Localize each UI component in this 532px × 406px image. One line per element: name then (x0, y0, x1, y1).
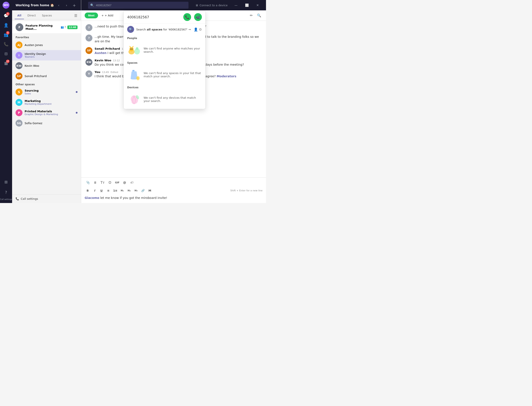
meet-button[interactable]: Meet (85, 13, 98, 18)
connect-device-button[interactable]: 🖥 Connect to a device (194, 3, 229, 8)
sidebar-item-help[interactable]: ? (2, 188, 10, 196)
people-badge: 3 (6, 31, 9, 35)
feature-planning-item[interactable]: F Feature Planning Meet... 👥 7 12:40 (12, 21, 81, 33)
filter-icon[interactable]: ☰ (73, 13, 78, 18)
tab-spaces[interactable]: Spaces (39, 12, 54, 19)
search-input[interactable] (88, 2, 188, 9)
h1-button[interactable]: H₁ (119, 188, 125, 194)
search-scope-text: Search all spaces for '4006182567' → (136, 28, 191, 31)
back-button[interactable]: ‹ (56, 2, 62, 8)
sourcing-sub: Sales (25, 92, 74, 95)
sidebar-item-people[interactable]: 👥 3 (2, 30, 10, 39)
add-button[interactable]: + (71, 2, 77, 8)
identity-sub: Teamers (25, 56, 46, 58)
sidebar-item-contacts[interactable]: 👤 (2, 21, 10, 29)
search-icon: 🔍 (90, 3, 94, 7)
call-settings-label: Call settings (21, 197, 38, 200)
identity-design-item[interactable]: I Identity Design Teamers (12, 50, 81, 60)
members-icon: 👥 (61, 26, 64, 29)
kevin-woo-item[interactable]: KW Kevin Woo (12, 60, 81, 71)
austen-jones-item[interactable]: AJ Austen Jones (12, 40, 81, 50)
attach-button[interactable]: 📎 (85, 179, 91, 186)
sourcing-space-item[interactable]: S Sourcing Sales (12, 87, 81, 97)
format-button[interactable]: Tᴛ (99, 179, 106, 186)
composer-hint: Shift + Enter for a new line (230, 189, 263, 192)
no-spaces-illustration (127, 68, 141, 82)
composer: 📎 🖥 Tᴛ 😊 GIF @ 🏷 B I U ≡ 1≡ H₁ H₂ H₃ 🔗 M… (81, 177, 266, 203)
screen-share-button[interactable]: 🖥 (92, 179, 99, 186)
link-button[interactable]: 🔗 (140, 188, 146, 194)
you-time: 13:49 (102, 71, 109, 74)
call-settings-button[interactable]: 📞 Call settings (12, 194, 81, 203)
sidebar-item-voicemail[interactable]: ⊟ (2, 49, 10, 58)
sidebar-item-calls[interactable]: 📞 (2, 40, 10, 48)
sidebar-content: F Feature Planning Meet... 👥 7 12:40 Fav… (12, 19, 81, 194)
add-person-icon[interactable]: 👤 (194, 27, 198, 31)
window-controls: — ⬜ ✕ (231, 2, 263, 9)
time-badge: 12:40 (67, 25, 78, 29)
h2-button[interactable]: H₂ (126, 188, 132, 194)
search-messages-button[interactable]: 🔍 (256, 12, 263, 19)
help-icon: ? (5, 190, 7, 195)
sofia-name: Sofia Gomez (25, 122, 42, 125)
close-button[interactable]: ✕ (253, 2, 263, 9)
sonali-item[interactable]: SP Sonali Pritchard (12, 71, 81, 81)
sofia-item[interactable]: SG Sofia Gomez (12, 118, 81, 128)
no-spaces-state: We can't find any spaces in your list th… (124, 65, 205, 84)
you-edited: Edited (111, 71, 118, 74)
video-call-button[interactable]: 📹 (194, 13, 202, 21)
forward-button[interactable]: › (64, 2, 70, 8)
call-number-button[interactable]: 📞 (183, 13, 191, 21)
sourcing-name: Sourcing (25, 89, 74, 92)
composer-text[interactable]: Giacomo let me know if you got the mirob… (85, 195, 263, 200)
sidebar-item-chat[interactable]: 💬 4 (2, 11, 10, 20)
sonali-name: Sonali Pritchard (25, 74, 47, 78)
favorites-label: Favorites (12, 34, 81, 40)
more-button[interactable]: M (147, 188, 153, 194)
austen-name: Austen Jones (25, 44, 43, 47)
svg-point-5 (132, 49, 133, 50)
emoji-button[interactable]: 😊 (107, 179, 113, 186)
italic-button[interactable]: I (92, 188, 98, 194)
all-spaces-search-row[interactable]: 🔍 Search all spaces for '4006182567' → 👤… (124, 24, 205, 35)
h3-button[interactable]: H₃ (133, 188, 139, 194)
printed-avatar: P (15, 109, 22, 116)
main-topbar: 🔍 🖥 Connect to a device — ⬜ ✕ (81, 0, 266, 10)
search-number: 4006182567 (127, 15, 182, 19)
person-settings-icon[interactable]: ⚙ (199, 27, 202, 31)
sidebar-item-apps[interactable]: ⊞ (2, 178, 10, 186)
no-spaces-text: We can't find any spaces in your list th… (144, 72, 202, 78)
sonali-msg-avatar: SP (86, 47, 92, 54)
kevin-time: 13:12 (113, 59, 120, 62)
format-bar: B I U ≡ 1≡ H₁ H₂ H₃ 🔗 M Shift + Enter fo… (85, 188, 263, 194)
cat-illustration (127, 43, 141, 57)
add-item-button[interactable]: + + Add (100, 13, 115, 18)
edit-icon-button[interactable]: ✏️ (248, 12, 255, 19)
underline-button[interactable]: U (99, 188, 105, 194)
marketing-space-item[interactable]: M Marketing Marketing Department (12, 97, 81, 108)
marketing-avatar: M (15, 99, 22, 106)
sidebar-item-calendar[interactable]: ▦ 17 (2, 59, 10, 67)
svg-point-7 (136, 47, 138, 50)
gif-button[interactable]: GIF (114, 179, 121, 186)
voicemail-icon: ⊟ (4, 51, 7, 56)
printed-name: Printed Materials (25, 110, 74, 113)
tab-all[interactable]: All (15, 12, 24, 19)
other-spaces-label: Other spaces (12, 81, 81, 87)
chat-badge: 4 (6, 12, 9, 15)
minimize-button[interactable]: — (231, 2, 241, 9)
list-button[interactable]: ≡ (105, 188, 111, 194)
sticker-button[interactable]: 🏷 (129, 179, 135, 186)
user-avatar[interactable]: WH (3, 2, 9, 9)
maximize-button[interactable]: ⬜ (242, 2, 252, 9)
ordered-list-button[interactable]: 1≡ (112, 188, 118, 194)
bold-button[interactable]: B (85, 188, 91, 194)
app-title: Working from home 🏠 (15, 3, 54, 7)
printed-materials-item[interactable]: P Printed Materials Graphic Design & Mar… (12, 108, 81, 118)
identity-avatar: I (15, 52, 22, 59)
mention-button[interactable]: @ (121, 179, 128, 186)
feature-planning-info: Feature Planning Meet... (25, 24, 58, 30)
austen-avatar: AJ (15, 42, 22, 48)
tab-direct[interactable]: Direct (25, 12, 38, 19)
monitor-icon: 🖥 (195, 4, 198, 7)
